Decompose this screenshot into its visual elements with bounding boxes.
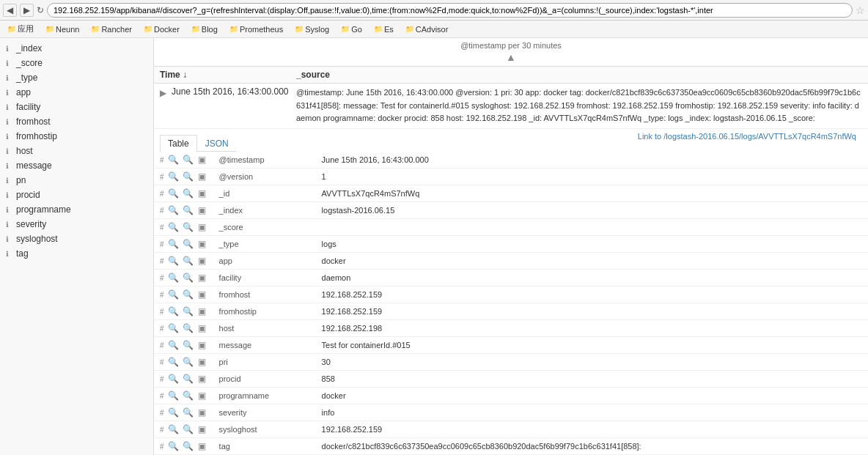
bookmark-item-syslog[interactable]: 📁Syslog [290,23,334,35]
sidebar-item-procid[interactable]: ℹprocid [0,188,153,202]
filter-out-icon[interactable]: 🔍 [183,407,194,418]
toggle-column-icon[interactable]: ▣ [198,222,206,232]
field-value [316,218,868,235]
collapse-histogram-button[interactable]: ▲ [160,51,862,63]
bookmark-item-neunn[interactable]: 📁Neunn [41,23,84,35]
filter-for-icon[interactable]: 🔍 [168,222,179,232]
toggle-filter-icon: # [160,190,164,198]
filter-out-icon[interactable]: 🔍 [183,256,194,266]
filter-for-icon[interactable]: 🔍 [168,155,179,165]
filter-for-icon[interactable]: 🔍 [168,424,179,434]
sidebar-item-icon: ℹ [6,59,13,67]
filter-for-icon[interactable]: 🔍 [168,391,179,401]
toggle-column-icon[interactable]: ▣ [198,155,206,165]
forward-button[interactable]: ▶ [20,4,34,17]
bookmark-item-应用[interactable]: 📁应用 [3,22,38,36]
filter-out-icon[interactable]: 🔍 [183,188,194,199]
sidebar-item--type[interactable]: ℹ_type [0,70,153,85]
filter-out-icon[interactable]: 🔍 [183,171,194,182]
reload-button[interactable]: ↻ [37,5,44,15]
bookmark-item-es[interactable]: 📁Es [369,23,398,35]
sidebar-item--index[interactable]: ℹ_index [0,41,153,56]
filter-out-icon[interactable]: 🔍 [183,205,194,215]
sidebar-item-severity[interactable]: ℹseverity [0,217,153,232]
filter-for-icon[interactable]: 🔍 [168,239,179,249]
filter-for-icon[interactable]: 🔍 [168,357,179,367]
sidebar-item-fromhost[interactable]: ℹfromhost [0,114,153,129]
toggle-column-icon[interactable]: ▣ [198,205,206,215]
filter-out-icon[interactable]: 🔍 [183,374,194,384]
toggle-column-icon[interactable]: ▣ [198,188,206,199]
sidebar-item-tag[interactable]: ℹtag [0,246,153,261]
bookmark-item-blog[interactable]: 📁Blog [187,23,222,35]
sidebar-item-app[interactable]: ℹapp [0,85,153,100]
filter-for-icon[interactable]: 🔍 [168,188,179,199]
bookmark-item-go[interactable]: 📁Go [336,23,367,35]
field-value: Test for containerId.#015 [316,336,868,353]
bookmark-item-docker[interactable]: 📁Docker [139,23,184,35]
filter-out-icon[interactable]: 🔍 [183,441,194,451]
back-button[interactable]: ◀ [3,4,17,17]
toggle-column-icon[interactable]: ▣ [198,441,206,451]
filter-for-icon[interactable]: 🔍 [168,441,179,451]
toggle-column-icon[interactable]: ▣ [198,171,206,182]
toggle-column-icon[interactable]: ▣ [198,323,206,333]
expand-row-toggle[interactable]: ▶ [160,86,172,98]
toggle-column-icon[interactable]: ▣ [198,289,206,300]
filter-for-icon[interactable]: 🔍 [168,374,179,384]
sidebar-item-label: _type [16,73,37,83]
toggle-column-icon[interactable]: ▣ [198,306,206,317]
sidebar-item-host[interactable]: ℹhost [0,144,153,158]
tab-table[interactable]: Table [160,135,197,152]
url-bar[interactable] [47,3,853,18]
filter-for-icon[interactable]: 🔍 [168,256,179,266]
document-link[interactable]: Link to /logstash-2016.06.15/logs/AVVTTL… [638,132,856,141]
time-column-header[interactable]: Time ↓ [154,67,290,83]
filter-out-icon[interactable]: 🔍 [183,155,194,165]
toggle-column-icon[interactable]: ▣ [198,239,206,249]
filter-for-icon[interactable]: 🔍 [168,273,179,283]
bookmark-item-prometheus[interactable]: 📁Prometheus [225,23,287,35]
filter-out-icon[interactable]: 🔍 [183,289,194,300]
sidebar-item-pn[interactable]: ℹpn [0,173,153,188]
filter-for-icon[interactable]: 🔍 [168,289,179,300]
sidebar-item-facility[interactable]: ℹfacility [0,100,153,114]
filter-out-icon[interactable]: 🔍 [183,239,194,249]
filter-out-icon[interactable]: 🔍 [183,306,194,317]
toggle-column-icon[interactable]: ▣ [198,357,206,367]
sidebar-item-programname[interactable]: ℹprogramname [0,202,153,217]
filter-out-icon[interactable]: 🔍 [183,323,194,333]
sidebar-item-message[interactable]: ℹmessage [0,158,153,173]
filter-out-icon[interactable]: 🔍 [183,391,194,401]
field-name: fromhost [213,286,316,303]
filter-out-icon[interactable]: 🔍 [183,357,194,367]
toggle-column-icon[interactable]: ▣ [198,256,206,266]
toggle-column-icon[interactable]: ▣ [198,424,206,434]
field-value: AVVTTLsX7qcR4mS7nfWq [316,185,868,201]
filter-for-icon[interactable]: 🔍 [168,340,179,350]
field-name: host [213,319,316,336]
bookmark-item-rancher[interactable]: 📁Rancher [87,23,136,35]
filter-for-icon[interactable]: 🔍 [168,171,179,182]
field-value: 192.168.252.159 [316,421,868,437]
sidebar-item-fromhostip[interactable]: ℹfromhostip [0,129,153,144]
tab-json[interactable]: JSON [197,135,237,152]
bookmark-star-icon[interactable]: ☆ [856,4,865,16]
toggle-column-icon[interactable]: ▣ [198,407,206,418]
sidebar-item-icon: ℹ [6,147,13,155]
filter-out-icon[interactable]: 🔍 [183,340,194,350]
toggle-column-icon[interactable]: ▣ [198,273,206,283]
filter-for-icon[interactable]: 🔍 [168,306,179,317]
filter-out-icon[interactable]: 🔍 [183,273,194,283]
filter-out-icon[interactable]: 🔍 [183,222,194,232]
sidebar-item-sysloghost[interactable]: ℹsysloghost [0,232,153,246]
filter-for-icon[interactable]: 🔍 [168,407,179,418]
filter-for-icon[interactable]: 🔍 [168,205,179,215]
filter-out-icon[interactable]: 🔍 [183,424,194,434]
sidebar-item--score[interactable]: ℹ_score [0,56,153,70]
filter-for-icon[interactable]: 🔍 [168,323,179,333]
toggle-column-icon[interactable]: ▣ [198,391,206,401]
toggle-column-icon[interactable]: ▣ [198,374,206,384]
bookmark-item-cadvisor[interactable]: 📁CAdvisor [401,23,453,35]
toggle-column-icon[interactable]: ▣ [198,340,206,350]
